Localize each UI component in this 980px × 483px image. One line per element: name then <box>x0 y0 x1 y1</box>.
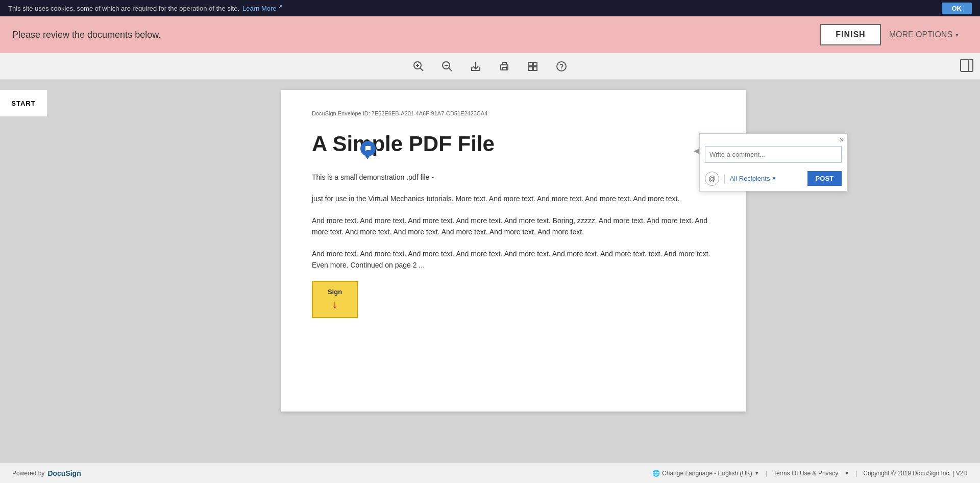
svg-point-11 <box>506 66 507 67</box>
language-selector[interactable]: 🌐 Change Language - English (UK) ▼ <box>652 470 760 477</box>
more-options-button[interactable]: MORE OPTIONS ▼ <box>881 25 968 44</box>
svg-line-1 <box>421 68 424 71</box>
svg-rect-15 <box>533 67 537 70</box>
paragraph-2: just for use in the Virtual Mechanics tu… <box>312 193 715 204</box>
toolbar-center <box>409 57 571 76</box>
cookie-bar-message: This site uses cookies, some of which ar… <box>8 4 282 12</box>
zoom-in-button[interactable] <box>409 57 428 76</box>
powered-by-text: Powered by <box>12 470 44 477</box>
comment-bubble[interactable] <box>360 141 376 156</box>
terms-caret-icon: ▼ <box>844 470 849 476</box>
learn-more-link[interactable]: Learn More ↗ <box>242 4 282 12</box>
cookie-bar: This site uses cookies, some of which ar… <box>0 0 980 16</box>
footer: Powered by DocuSign 🌐 Change Language - … <box>0 463 980 483</box>
recipients-button[interactable]: All Recipients ▼ <box>730 175 777 182</box>
svg-rect-14 <box>529 67 532 70</box>
download-button[interactable] <box>467 57 485 76</box>
chevron-down-icon: ▼ <box>954 32 960 38</box>
external-link-icon: ↗ <box>278 4 282 9</box>
print-button[interactable] <box>495 57 513 76</box>
comment-popup-header: × <box>700 134 847 144</box>
paragraph-4: And more text. And more text. And more t… <box>312 248 715 271</box>
footer-separator-1: | <box>766 470 767 477</box>
terms-link[interactable]: Terms Of Use & Privacy <box>773 470 838 477</box>
docusign-logo: DocuSign <box>47 469 81 477</box>
paragraph-3: And more text. And more text. And more t… <box>312 215 715 238</box>
main-content: START DocuSign Envelope ID: 7E62E6EB-A20… <box>0 80 980 463</box>
paragraph-1: This is a small demonstration .pdf file … <box>312 172 715 183</box>
comment-input-area <box>700 144 847 168</box>
svg-point-17 <box>561 68 562 69</box>
pdf-page: DocuSign Envelope ID: 7E62E6EB-A201-4A6F… <box>281 90 746 412</box>
copyright-text: Copyright © 2019 DocuSign Inc. | V2R <box>863 470 968 477</box>
review-actions: FINISH MORE OPTIONS ▼ <box>820 24 968 45</box>
footer-left: Powered by DocuSign <box>12 469 81 477</box>
review-message: Please review the documents below. <box>12 30 161 40</box>
svg-point-16 <box>557 62 566 71</box>
globe-icon: 🌐 <box>652 470 660 477</box>
cookie-message-text: This site uses cookies, some of which ar… <box>8 5 239 12</box>
zoom-out-button[interactable] <box>438 57 456 76</box>
action-separator: | <box>723 173 726 184</box>
post-button[interactable]: POST <box>807 171 842 186</box>
toolbar <box>0 53 980 80</box>
footer-right: 🌐 Change Language - English (UK) ▼ | Ter… <box>652 470 968 477</box>
sign-button-label: Sign <box>328 288 342 296</box>
at-mention-button[interactable]: @ <box>705 172 719 186</box>
language-caret-icon: ▼ <box>754 470 760 476</box>
help-button[interactable] <box>552 57 571 76</box>
finish-button[interactable]: FINISH <box>820 24 880 45</box>
review-bar: Please review the documents below. FINIS… <box>0 16 980 53</box>
document-area: DocuSign Envelope ID: 7E62E6EB-A201-4A6F… <box>0 80 980 463</box>
download-sign-icon: ↓ <box>332 298 338 311</box>
comment-close-button[interactable]: × <box>840 136 844 144</box>
sign-button[interactable]: Sign ↓ <box>312 281 358 318</box>
language-label: Change Language - English (UK) <box>662 470 752 477</box>
footer-separator-2: | <box>855 470 857 477</box>
comment-input[interactable] <box>705 146 842 163</box>
comment-popup: × @ | All Recipients ▼ POST <box>699 133 847 191</box>
pdf-body: This is a small demonstration .pdf file … <box>312 172 715 271</box>
svg-rect-13 <box>533 62 537 66</box>
envelope-id: DocuSign Envelope ID: 7E62E6EB-A201-4A6F… <box>312 110 715 116</box>
recipients-caret-icon: ▼ <box>771 176 776 181</box>
sidebar-toggle[interactable] <box>960 58 974 75</box>
start-tab[interactable]: START <box>0 90 47 116</box>
svg-rect-18 <box>961 59 973 71</box>
comment-actions: @ | All Recipients ▼ POST <box>700 168 847 191</box>
ok-button[interactable]: OK <box>942 3 972 14</box>
svg-line-5 <box>449 68 452 71</box>
svg-rect-10 <box>502 67 506 70</box>
view-button[interactable] <box>524 57 542 76</box>
svg-rect-12 <box>529 62 532 66</box>
